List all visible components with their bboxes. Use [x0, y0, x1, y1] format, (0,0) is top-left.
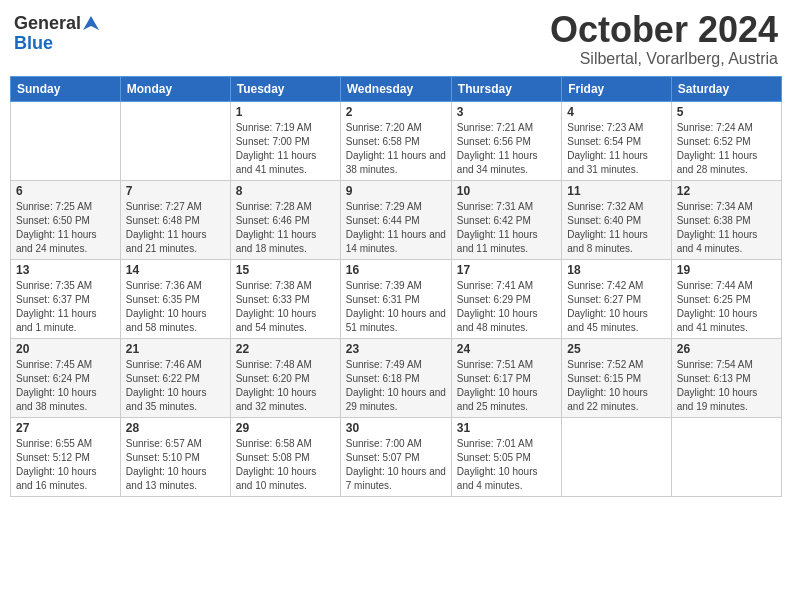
- title-section: October 2024 Silbertal, Vorarlberg, Aust…: [550, 10, 778, 68]
- day-number: 2: [346, 105, 446, 119]
- day-number: 16: [346, 263, 446, 277]
- calendar-day-cell: 5Sunrise: 7:24 AMSunset: 6:52 PMDaylight…: [671, 101, 781, 180]
- calendar-day-cell: [671, 417, 781, 496]
- day-number: 29: [236, 421, 335, 435]
- day-detail: Sunrise: 7:42 AMSunset: 6:27 PMDaylight:…: [567, 279, 665, 335]
- calendar-day-cell: [11, 101, 121, 180]
- calendar-week-row: 27Sunrise: 6:55 AMSunset: 5:12 PMDayligh…: [11, 417, 782, 496]
- day-number: 13: [16, 263, 115, 277]
- calendar-day-cell: 14Sunrise: 7:36 AMSunset: 6:35 PMDayligh…: [120, 259, 230, 338]
- day-detail: Sunrise: 7:52 AMSunset: 6:15 PMDaylight:…: [567, 358, 665, 414]
- calendar-day-cell: 22Sunrise: 7:48 AMSunset: 6:20 PMDayligh…: [230, 338, 340, 417]
- day-detail: Sunrise: 7:25 AMSunset: 6:50 PMDaylight:…: [16, 200, 115, 256]
- calendar-day-cell: 8Sunrise: 7:28 AMSunset: 6:46 PMDaylight…: [230, 180, 340, 259]
- logo: General Blue: [14, 14, 99, 54]
- calendar-day-cell: 31Sunrise: 7:01 AMSunset: 5:05 PMDayligh…: [451, 417, 561, 496]
- day-detail: Sunrise: 7:44 AMSunset: 6:25 PMDaylight:…: [677, 279, 776, 335]
- day-detail: Sunrise: 7:36 AMSunset: 6:35 PMDaylight:…: [126, 279, 225, 335]
- day-number: 7: [126, 184, 225, 198]
- calendar-week-row: 1Sunrise: 7:19 AMSunset: 7:00 PMDaylight…: [11, 101, 782, 180]
- day-detail: Sunrise: 7:54 AMSunset: 6:13 PMDaylight:…: [677, 358, 776, 414]
- day-number: 24: [457, 342, 556, 356]
- logo-general: General: [14, 14, 81, 34]
- calendar-week-row: 6Sunrise: 7:25 AMSunset: 6:50 PMDaylight…: [11, 180, 782, 259]
- calendar-day-cell: 12Sunrise: 7:34 AMSunset: 6:38 PMDayligh…: [671, 180, 781, 259]
- calendar-day-cell: 27Sunrise: 6:55 AMSunset: 5:12 PMDayligh…: [11, 417, 121, 496]
- calendar-day-cell: 11Sunrise: 7:32 AMSunset: 6:40 PMDayligh…: [562, 180, 671, 259]
- calendar-day-cell: 23Sunrise: 7:49 AMSunset: 6:18 PMDayligh…: [340, 338, 451, 417]
- day-number: 26: [677, 342, 776, 356]
- calendar-day-cell: 2Sunrise: 7:20 AMSunset: 6:58 PMDaylight…: [340, 101, 451, 180]
- day-detail: Sunrise: 7:01 AMSunset: 5:05 PMDaylight:…: [457, 437, 556, 493]
- day-detail: Sunrise: 7:21 AMSunset: 6:56 PMDaylight:…: [457, 121, 556, 177]
- day-number: 6: [16, 184, 115, 198]
- day-number: 9: [346, 184, 446, 198]
- day-number: 18: [567, 263, 665, 277]
- calendar-day-cell: 9Sunrise: 7:29 AMSunset: 6:44 PMDaylight…: [340, 180, 451, 259]
- day-number: 14: [126, 263, 225, 277]
- day-number: 15: [236, 263, 335, 277]
- calendar-day-cell: 21Sunrise: 7:46 AMSunset: 6:22 PMDayligh…: [120, 338, 230, 417]
- day-number: 4: [567, 105, 665, 119]
- calendar-day-cell: 18Sunrise: 7:42 AMSunset: 6:27 PMDayligh…: [562, 259, 671, 338]
- day-detail: Sunrise: 7:45 AMSunset: 6:24 PMDaylight:…: [16, 358, 115, 414]
- day-detail: Sunrise: 7:34 AMSunset: 6:38 PMDaylight:…: [677, 200, 776, 256]
- calendar-day-cell: 15Sunrise: 7:38 AMSunset: 6:33 PMDayligh…: [230, 259, 340, 338]
- day-detail: Sunrise: 7:28 AMSunset: 6:46 PMDaylight:…: [236, 200, 335, 256]
- day-detail: Sunrise: 7:23 AMSunset: 6:54 PMDaylight:…: [567, 121, 665, 177]
- calendar-day-cell: 13Sunrise: 7:35 AMSunset: 6:37 PMDayligh…: [11, 259, 121, 338]
- calendar-day-cell: 4Sunrise: 7:23 AMSunset: 6:54 PMDaylight…: [562, 101, 671, 180]
- day-number: 19: [677, 263, 776, 277]
- day-number: 30: [346, 421, 446, 435]
- day-detail: Sunrise: 7:41 AMSunset: 6:29 PMDaylight:…: [457, 279, 556, 335]
- day-detail: Sunrise: 7:00 AMSunset: 5:07 PMDaylight:…: [346, 437, 446, 493]
- calendar-day-cell: 26Sunrise: 7:54 AMSunset: 6:13 PMDayligh…: [671, 338, 781, 417]
- calendar-day-cell: 28Sunrise: 6:57 AMSunset: 5:10 PMDayligh…: [120, 417, 230, 496]
- calendar-day-header: Monday: [120, 76, 230, 101]
- calendar-day-cell: 17Sunrise: 7:41 AMSunset: 6:29 PMDayligh…: [451, 259, 561, 338]
- calendar-week-row: 13Sunrise: 7:35 AMSunset: 6:37 PMDayligh…: [11, 259, 782, 338]
- day-detail: Sunrise: 7:29 AMSunset: 6:44 PMDaylight:…: [346, 200, 446, 256]
- day-detail: Sunrise: 7:32 AMSunset: 6:40 PMDaylight:…: [567, 200, 665, 256]
- day-detail: Sunrise: 7:31 AMSunset: 6:42 PMDaylight:…: [457, 200, 556, 256]
- day-detail: Sunrise: 7:39 AMSunset: 6:31 PMDaylight:…: [346, 279, 446, 335]
- day-number: 27: [16, 421, 115, 435]
- day-number: 1: [236, 105, 335, 119]
- calendar-day-cell: 24Sunrise: 7:51 AMSunset: 6:17 PMDayligh…: [451, 338, 561, 417]
- day-detail: Sunrise: 7:51 AMSunset: 6:17 PMDaylight:…: [457, 358, 556, 414]
- day-number: 20: [16, 342, 115, 356]
- calendar-day-cell: [120, 101, 230, 180]
- day-number: 12: [677, 184, 776, 198]
- svg-marker-0: [83, 16, 99, 30]
- day-detail: Sunrise: 6:57 AMSunset: 5:10 PMDaylight:…: [126, 437, 225, 493]
- calendar-day-cell: 25Sunrise: 7:52 AMSunset: 6:15 PMDayligh…: [562, 338, 671, 417]
- day-detail: Sunrise: 7:24 AMSunset: 6:52 PMDaylight:…: [677, 121, 776, 177]
- location-subtitle: Silbertal, Vorarlberg, Austria: [550, 50, 778, 68]
- day-number: 28: [126, 421, 225, 435]
- day-detail: Sunrise: 7:38 AMSunset: 6:33 PMDaylight:…: [236, 279, 335, 335]
- calendar-header-row: SundayMondayTuesdayWednesdayThursdayFrid…: [11, 76, 782, 101]
- day-number: 31: [457, 421, 556, 435]
- day-number: 21: [126, 342, 225, 356]
- calendar-day-header: Thursday: [451, 76, 561, 101]
- calendar-day-cell: [562, 417, 671, 496]
- calendar-week-row: 20Sunrise: 7:45 AMSunset: 6:24 PMDayligh…: [11, 338, 782, 417]
- day-number: 11: [567, 184, 665, 198]
- calendar-day-cell: 1Sunrise: 7:19 AMSunset: 7:00 PMDaylight…: [230, 101, 340, 180]
- calendar-day-cell: 16Sunrise: 7:39 AMSunset: 6:31 PMDayligh…: [340, 259, 451, 338]
- day-number: 23: [346, 342, 446, 356]
- calendar-day-cell: 29Sunrise: 6:58 AMSunset: 5:08 PMDayligh…: [230, 417, 340, 496]
- calendar-day-cell: 10Sunrise: 7:31 AMSunset: 6:42 PMDayligh…: [451, 180, 561, 259]
- calendar-day-header: Friday: [562, 76, 671, 101]
- calendar-day-header: Wednesday: [340, 76, 451, 101]
- calendar-day-cell: 30Sunrise: 7:00 AMSunset: 5:07 PMDayligh…: [340, 417, 451, 496]
- day-detail: Sunrise: 7:49 AMSunset: 6:18 PMDaylight:…: [346, 358, 446, 414]
- calendar-day-cell: 19Sunrise: 7:44 AMSunset: 6:25 PMDayligh…: [671, 259, 781, 338]
- day-number: 17: [457, 263, 556, 277]
- day-detail: Sunrise: 7:27 AMSunset: 6:48 PMDaylight:…: [126, 200, 225, 256]
- month-title: October 2024: [550, 10, 778, 50]
- day-number: 22: [236, 342, 335, 356]
- calendar-day-cell: 7Sunrise: 7:27 AMSunset: 6:48 PMDaylight…: [120, 180, 230, 259]
- calendar-day-header: Sunday: [11, 76, 121, 101]
- day-detail: Sunrise: 7:20 AMSunset: 6:58 PMDaylight:…: [346, 121, 446, 177]
